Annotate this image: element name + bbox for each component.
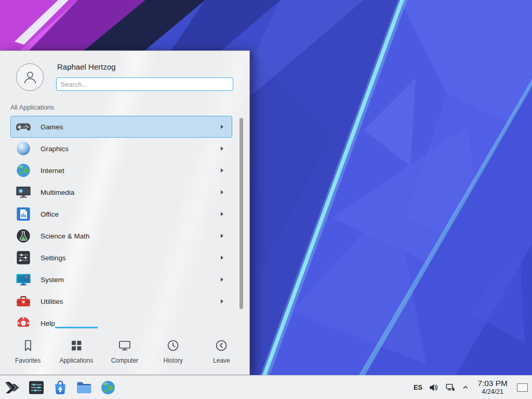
keyboard-layout-indicator[interactable]: ES [414,383,422,391]
user-avatar[interactable] [16,63,44,91]
graphics-icon [16,141,31,156]
web-browser-icon [100,379,116,396]
category-settings[interactable]: Settings [10,247,232,269]
system-tray: ES 7:03 PM 4/ [414,379,532,396]
category-label: Office [41,210,221,218]
bookmark-icon [21,339,35,352]
computer-icon [118,339,131,352]
category-label: Settings [41,254,221,262]
category-utilities[interactable]: Utilities [10,290,232,312]
submenu-arrow-icon [221,212,223,216]
network-icon[interactable] [445,382,456,393]
tab-leave[interactable]: Leave [197,327,246,376]
games-icon [16,119,31,135]
scrollbar[interactable] [240,118,243,309]
submenu-arrow-icon [221,299,223,303]
submenu-arrow-icon [221,168,223,172]
tab-label: Computer [111,357,139,364]
tab-label: Applications [59,357,93,364]
submenu-arrow-icon [221,277,223,282]
category-games[interactable]: Games [10,116,232,138]
submenu-arrow-icon [221,256,223,260]
leave-icon [215,339,228,352]
submenu-arrow-icon [221,125,223,129]
category-label: Multimedia [41,189,221,196]
section-label: All Applications [10,104,54,111]
category-office[interactable]: Office [10,203,232,225]
internet-icon [16,163,31,178]
category-label: Internet [41,167,221,175]
category-system[interactable]: System [10,269,232,290]
file-manager-icon [76,379,92,396]
category-label: System [41,276,221,284]
category-graphics[interactable]: Graphics [10,138,232,159]
submenu-arrow-icon [221,234,223,238]
tab-label: Favorites [15,357,41,364]
category-science-math[interactable]: Science & Math [10,225,232,247]
show-desktop-button[interactable] [517,383,528,392]
history-clock-icon [166,339,180,352]
submenu-arrow-icon [221,190,223,194]
clock[interactable]: 7:03 PM 4/24/21 [477,379,508,396]
tab-favorites[interactable]: Favorites [4,327,52,376]
category-label: Science & Math [41,232,221,240]
taskbar-launcher-area [0,379,116,396]
system-icon [16,272,31,287]
discover-button[interactable] [51,379,69,396]
sliders-app-icon [28,379,45,396]
taskbar: ES 7:03 PM 4/ [0,375,532,399]
settings-icon [16,250,31,265]
help-icon [16,315,31,327]
app-launcher-icon [4,379,21,396]
tab-label: Leave [213,357,230,364]
app-grid-icon [70,339,83,352]
submenu-arrow-icon [221,147,223,151]
search-input[interactable] [56,77,233,91]
clock-date: 4/24/21 [477,388,508,396]
category-multimedia[interactable]: Multimedia [10,181,232,203]
office-icon [16,206,31,222]
launcher-tab-bar: Favorites Applications Computer [0,327,249,376]
category-internet[interactable]: Internet [10,159,232,181]
tab-label: History [164,357,183,364]
tab-history[interactable]: History [149,327,197,376]
category-label: Help [41,320,227,327]
category-label: Games [41,123,221,131]
clock-time: 7:03 PM [477,379,508,388]
file-manager-button[interactable] [75,379,92,396]
utilities-icon [16,294,31,309]
category-list: Games Graphics [10,116,232,327]
multimedia-icon [16,184,31,200]
user-name: Raphael Hertzog [57,62,116,71]
application-launcher-menu: Raphael Hertzog All Applications Games [0,50,250,375]
sliders-app-button[interactable] [28,379,45,396]
expand-tray-icon[interactable] [462,384,469,391]
science-math-icon [16,228,31,244]
web-browser-button[interactable] [99,379,116,396]
tab-computer[interactable]: Computer [100,327,149,376]
discover-icon [52,379,69,396]
category-label: Utilities [41,298,221,305]
tab-applications[interactable]: Applications [52,327,100,376]
category-label: Graphics [41,145,221,153]
app-launcher-button[interactable] [4,379,21,396]
user-icon [21,69,39,86]
volume-icon[interactable] [429,382,439,393]
category-help[interactable]: Help [10,312,232,327]
